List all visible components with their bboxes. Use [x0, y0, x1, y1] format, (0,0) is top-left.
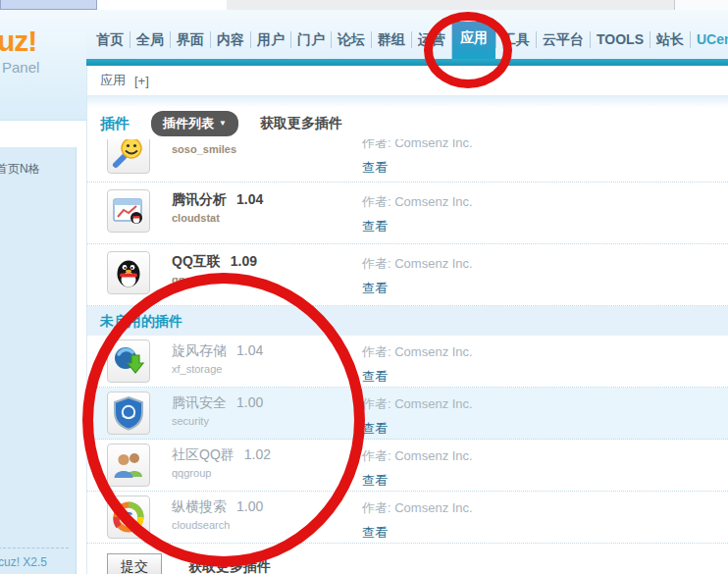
plugin-name: QQ互联	[172, 253, 221, 269]
nav-accent-bar	[86, 59, 728, 66]
plugin-rows: soso_smiles 作者: Comsenz Inc. 查看	[87, 139, 728, 574]
plugin-author: 作者: Comsenz Inc.	[362, 139, 473, 150]
plugin-author: 作者: Comsenz Inc.	[362, 194, 473, 209]
plugin-name: 社区QQ群	[172, 446, 234, 462]
plugin-id: security	[172, 415, 263, 427]
view-link[interactable]: 查看	[362, 368, 473, 386]
nav-item-groups[interactable]: 群组	[371, 31, 411, 48]
plugin-author: 作者: Comsenz Inc.	[362, 396, 473, 411]
plugin-meta: 作者: Comsenz Inc. 查看	[362, 395, 473, 438]
nav-item-global[interactable]: 全局	[130, 31, 170, 48]
storage-globe-arrow-icon	[111, 343, 146, 379]
get-more-plugins-link[interactable]: 获取更多插件	[188, 558, 271, 574]
plugin-row-cloudstat: 腾讯分析1.04 cloudstat 作者: Comsenz Inc. 查看	[87, 183, 728, 244]
plugin-row-xf-storage: 旋风存储1.04 xf_storage 作者: Comsenz Inc. 查看	[87, 336, 728, 388]
plugin-list-tab[interactable]: 插件列表 ▼	[151, 111, 238, 136]
nav-item-content[interactable]: 内容	[210, 31, 250, 48]
plugin-author: 作者: Comsenz Inc.	[362, 500, 473, 515]
nav-item-home[interactable]: 首页	[90, 31, 130, 48]
plugin-name: 旋风存储	[172, 342, 227, 358]
plugin-icon-box	[107, 391, 150, 435]
nav-item-ucenter[interactable]: UCenter	[690, 31, 728, 48]
plugin-version: 1.04	[236, 191, 263, 207]
view-link[interactable]: 查看	[362, 472, 473, 490]
plugin-icon-box: S	[107, 496, 150, 539]
nav-item-portal[interactable]: 门户	[290, 31, 331, 48]
plugins-title: 插件	[100, 115, 130, 133]
shield-icon	[111, 395, 146, 431]
plugin-meta: 作者: Comsenz Inc. 查看	[362, 193, 473, 235]
plugin-id: xf_storage	[172, 363, 263, 375]
plugin-icon-box	[107, 251, 150, 294]
nav-item-users[interactable]: 用户	[250, 31, 290, 48]
search-ring-icon: S	[111, 499, 146, 535]
browser-strip-gap	[97, 0, 227, 10]
top-nav-list: 首页 全局 界面 内容 用户 门户 论坛 群组 运营 应用 工具 云平台 TOO…	[86, 10, 728, 59]
nav-item-interface[interactable]: 界面	[170, 31, 210, 48]
plugin-id: cloudsearch	[172, 519, 263, 531]
plugin-info: 旋风存储1.04 xf_storage	[172, 342, 263, 375]
plugin-icon-box	[107, 339, 150, 383]
panel-label: Panel	[2, 59, 86, 76]
plugin-meta: 作者: Comsenz Inc. 查看	[362, 343, 473, 386]
browser-strip-box	[674, 0, 728, 10]
plugin-author: 作者: Comsenz Inc.	[362, 256, 473, 271]
nav-item-app-active[interactable]: 应用	[451, 22, 495, 59]
nav-item-tools-cn[interactable]: 工具	[495, 31, 536, 48]
plugin-row-security: 腾讯安全1.00 security 作者: Comsenz Inc. 查看	[87, 388, 728, 440]
plugin-row-cloudsearch: S 纵横搜索1.00 cloudsearch 作者: Comsenz Inc. …	[87, 492, 728, 544]
get-more-plugins-tab[interactable]: 获取更多插件	[260, 115, 342, 132]
plugin-info: 纵横搜索1.00 cloudsearch	[172, 498, 263, 531]
top-nav: 首页 全局 界面 内容 用户 门户 论坛 群组 运营 应用 工具 云平台 TOO…	[86, 10, 728, 59]
view-link[interactable]: 查看	[362, 524, 473, 542]
plugin-name: 纵横搜索	[172, 498, 227, 514]
nav-item-webmaster[interactable]: 站长	[650, 31, 690, 48]
plugin-name: 腾讯安全	[172, 394, 227, 410]
sidebar-version-label: cuz! X2.5	[0, 548, 69, 572]
nav-item-cloud[interactable]: 云平台	[536, 31, 590, 48]
plugin-version: 1.04	[236, 342, 263, 358]
plugin-row-qqconnect: QQ互联1.09 qqconnect 作者: Comsenz Inc. 查看	[87, 244, 728, 306]
plugin-name: 腾讯分析	[172, 191, 227, 207]
chart-window-icon	[111, 193, 146, 229]
plugin-icon-box	[107, 189, 150, 233]
plugin-list-tab-label: 插件列表	[163, 115, 214, 132]
view-link[interactable]: 查看	[362, 420, 473, 438]
sidebar-item-home-grid[interactable]: 首页N格	[0, 147, 76, 178]
header-fade	[87, 95, 728, 108]
plugin-id: qqgroup	[172, 467, 271, 479]
main-content: 应用 [+] 插件 插件列表 ▼ 获取更多插件 soso_smiles	[86, 66, 728, 574]
view-link[interactable]: 查看	[362, 159, 473, 177]
plugin-info: QQ互联1.09 qqconnect	[172, 253, 257, 286]
plugins-footer: 提交 获取更多插件	[87, 544, 728, 574]
nav-item-forum[interactable]: 论坛	[331, 31, 371, 48]
view-link[interactable]: 查看	[362, 218, 473, 235]
plugin-row-soso-smiles: soso_smiles 作者: Comsenz Inc. 查看	[87, 139, 728, 183]
svg-text:S: S	[124, 509, 132, 525]
plugin-meta: 作者: Comsenz Inc. 查看	[362, 447, 473, 490]
plugin-info: 腾讯分析1.04 cloudstat	[172, 191, 263, 224]
discuz-logo: uz!	[0, 26, 86, 56]
left-sidebar: 首页N格 cuz! X2.5	[0, 147, 77, 574]
qq-penguin-icon	[111, 255, 146, 290]
nav-item-operation[interactable]: 运营	[411, 31, 451, 48]
view-link[interactable]: 查看	[362, 280, 473, 297]
logo-block: uz! Panel	[0, 10, 86, 121]
people-group-icon	[111, 447, 146, 483]
submit-button[interactable]: 提交	[107, 553, 162, 574]
plugin-info: 社区QQ群1.02 qqgroup	[172, 446, 271, 479]
plugin-info: soso_smiles	[172, 140, 236, 155]
unused-plugins-header: 未启用的插件	[87, 306, 728, 336]
plugin-version: 1.00	[236, 394, 263, 410]
smiley-magnifier-icon	[111, 139, 146, 170]
plugin-version: 1.00	[236, 498, 263, 514]
plugin-author: 作者: Comsenz Inc.	[362, 448, 473, 463]
nav-item-tools[interactable]: TOOLS	[590, 31, 650, 48]
chevron-down-icon: ▼	[219, 120, 227, 128]
plugin-meta: 作者: Comsenz Inc. 查看	[362, 499, 473, 542]
plugin-id: qqconnect	[172, 274, 257, 286]
plugins-toolbar: 插件 插件列表 ▼ 获取更多插件	[87, 108, 728, 139]
plugin-id: cloudstat	[172, 212, 263, 224]
plugin-info: 腾讯安全1.00 security	[172, 394, 263, 427]
breadcrumb-expand-toggle[interactable]: [+]	[134, 74, 149, 88]
